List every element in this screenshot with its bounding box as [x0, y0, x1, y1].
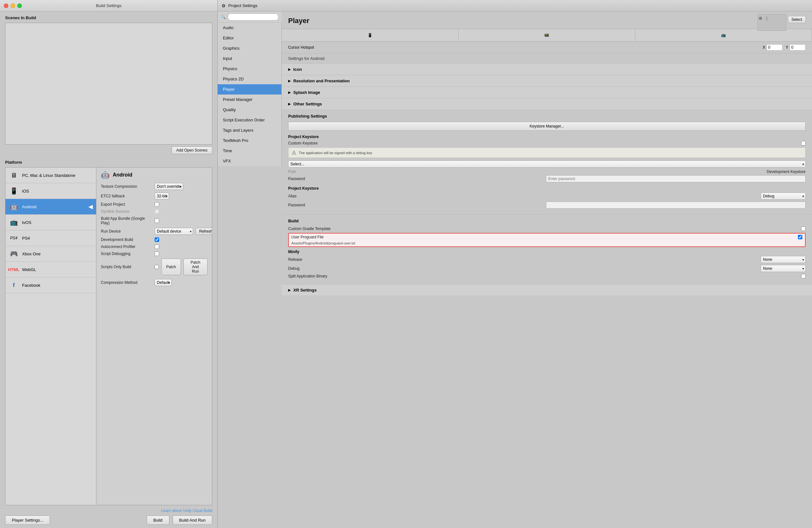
run-device-select[interactable]: Default device [155, 228, 193, 235]
symlink-sources-checkbox[interactable] [155, 209, 159, 214]
split-app-binary-label: Split Application Binary [288, 274, 799, 279]
sidebar-item-graphics[interactable]: Graphics [218, 43, 281, 54]
debug-label: Debug [288, 266, 758, 271]
platform-tab-phone[interactable]: 📱 [282, 29, 459, 41]
android-platform-settings: 🤖 Android Texture Compression Don't over… [96, 167, 212, 505]
platform-item-tvos[interactable]: 📺 tvOS [5, 215, 96, 230]
close-button[interactable] [4, 3, 8, 8]
patch-button[interactable]: Patch [161, 259, 181, 275]
add-open-scenes-button[interactable]: Add Open Scenes [172, 146, 212, 154]
sidebar-item-preset-manager[interactable]: Preset Manager [218, 95, 281, 105]
xr-settings-section-header[interactable]: XR Settings [282, 285, 812, 296]
symlink-sources-label: Symlink Sources [101, 209, 152, 214]
bottom-actions: Learn about Unity Cloud Build Player Set… [0, 505, 217, 528]
key-password-label: Password [288, 203, 543, 207]
autoconnect-profiler-checkbox[interactable] [155, 244, 159, 249]
export-project-label: Export Project [101, 202, 152, 206]
platform-tab-tablet[interactable]: 📟 [459, 29, 635, 41]
platform-item-webgl[interactable]: HTML WebGL [5, 262, 96, 277]
custom-gradle-checkbox[interactable] [801, 227, 806, 231]
development-build-checkbox[interactable] [155, 238, 159, 242]
keystore-password-input[interactable] [546, 175, 806, 182]
refresh-button[interactable]: Refresh [195, 228, 212, 235]
compression-method-select[interactable]: Default [155, 279, 172, 286]
platform-item-ios[interactable]: 📱 iOS [5, 183, 96, 199]
warning-icon: ⚠ [292, 149, 296, 156]
maximize-button[interactable] [17, 3, 22, 8]
keystore-select[interactable]: Select... [288, 160, 806, 168]
cursor-hotspot-x-input[interactable]: 0 [767, 44, 783, 51]
ps-sidebar-container: 🔍 Audio Editor Graphics Input Physics Ph… [218, 12, 282, 528]
sidebar-item-editor[interactable]: Editor [218, 33, 281, 43]
platform-item-ps4[interactable]: PS4 PS4 [5, 230, 96, 246]
build-settings-panel: Build Settings Scenes In Build Add Open … [0, 0, 218, 528]
platform-name-ios: iOS [22, 189, 29, 194]
splash-image-section-header[interactable]: Splash Image [282, 87, 812, 98]
sidebar-item-physics2d[interactable]: Physics 2D [218, 74, 281, 84]
cursor-hotspot-y-input[interactable]: 0 [789, 44, 806, 51]
sidebar-item-script-execution-order[interactable]: Script Execution Order [218, 115, 281, 125]
ps-search-input[interactable] [228, 13, 278, 20]
search-icon: 🔍 [221, 15, 226, 19]
custom-keystore-checkbox[interactable] [801, 141, 806, 145]
build-and-run-button[interactable]: Build And Run [173, 515, 212, 525]
other-settings-section-header[interactable]: Other Settings [282, 98, 812, 110]
user-proguard-checkbox[interactable] [798, 235, 802, 239]
gear-icon[interactable]: ⚙ [758, 16, 763, 21]
platform-item-standalone[interactable]: 🖥 PC, Mac & Linux Standalone [5, 168, 96, 183]
webgl-icon: HTML [9, 264, 19, 274]
select-icon-button[interactable]: Select [788, 16, 806, 23]
texture-compression-select[interactable]: Don't override [155, 183, 183, 190]
release-label: Release [288, 257, 758, 262]
debug-select[interactable]: None [761, 265, 806, 272]
release-select[interactable]: None [761, 256, 806, 263]
sidebar-item-time[interactable]: Time [218, 146, 281, 156]
platform-item-xboxone[interactable]: 🎮 Xbox One [5, 246, 96, 262]
custom-gradle-label: Custom Gradle Template [288, 227, 799, 231]
keystore-path-label: Path [288, 170, 767, 174]
platform-name-standalone: PC, Mac & Linux Standalone [22, 173, 75, 178]
sidebar-item-tags-and-layers[interactable]: Tags and Layers [218, 125, 281, 135]
sidebar-item-quality[interactable]: Quality [218, 105, 281, 115]
sidebar-item-player[interactable]: Player [218, 84, 281, 95]
build-button[interactable]: Build [147, 515, 169, 525]
more-options-icon[interactable]: ⋮ [765, 16, 769, 21]
sidebar-item-audio[interactable]: Audio [218, 23, 281, 33]
icon-section-header[interactable]: Icon [282, 64, 812, 75]
learn-unity-cloud-link[interactable]: Learn about Unity Cloud Build [5, 509, 212, 513]
script-debugging-checkbox[interactable] [155, 252, 159, 256]
player-settings-button[interactable]: Player Settings... [5, 515, 50, 525]
scripts-only-build-label: Scripts Only Build [101, 265, 152, 269]
resolution-section-header[interactable]: Resolution and Presentation [282, 75, 812, 87]
android-icon: 🤖 [9, 201, 19, 212]
build-app-bundle-checkbox[interactable] [155, 218, 159, 223]
alias-select[interactable]: Debug [761, 192, 806, 200]
keystore-path-value: Development Keystore [767, 170, 806, 174]
compression-method-row: Compression Method Default [101, 279, 207, 286]
custom-keystore-row: Custom Keystore [288, 141, 806, 145]
publishing-settings-title: Publishing Settings [288, 114, 806, 118]
minimize-button[interactable] [11, 3, 15, 8]
etc2-fallback-select-wrapper: 32-bit [155, 192, 169, 200]
alias-label: Alias [288, 194, 758, 198]
ps-main-content: Player Select ⚙ ⋮ 📱 📟 📺 [282, 12, 812, 528]
export-project-checkbox[interactable] [155, 202, 159, 206]
split-app-binary-checkbox[interactable] [801, 274, 806, 279]
sidebar-item-input[interactable]: Input [218, 54, 281, 64]
platform-item-facebook[interactable]: f Facebook [5, 277, 96, 293]
platform-name-ps4: PS4 [22, 236, 30, 241]
patch-and-run-button[interactable]: Patch And Run [184, 259, 207, 275]
keystore-manager-button[interactable]: Keystore Manager... [288, 122, 806, 131]
etc2-fallback-select[interactable]: 32-bit [155, 192, 169, 200]
scenes-in-build-label: Scenes In Build [0, 12, 217, 23]
sidebar-item-vfx[interactable]: VFX [218, 156, 281, 166]
platform-tab-tv[interactable]: 📺 [635, 29, 812, 41]
platform-item-android[interactable]: 🤖 Android ◀ [5, 199, 96, 215]
sidebar-item-physics[interactable]: Physics [218, 64, 281, 74]
sidebar-item-textmesh-pro[interactable]: TextMesh Pro [218, 135, 281, 146]
cursor-hotspot-label: Cursor Hotspot [288, 45, 759, 50]
keystore-path-row: Path Development Keystore [288, 170, 806, 174]
key-password-input[interactable] [546, 201, 806, 209]
scripts-only-build-checkbox[interactable] [155, 265, 159, 269]
debug-row: Debug None [288, 265, 806, 272]
